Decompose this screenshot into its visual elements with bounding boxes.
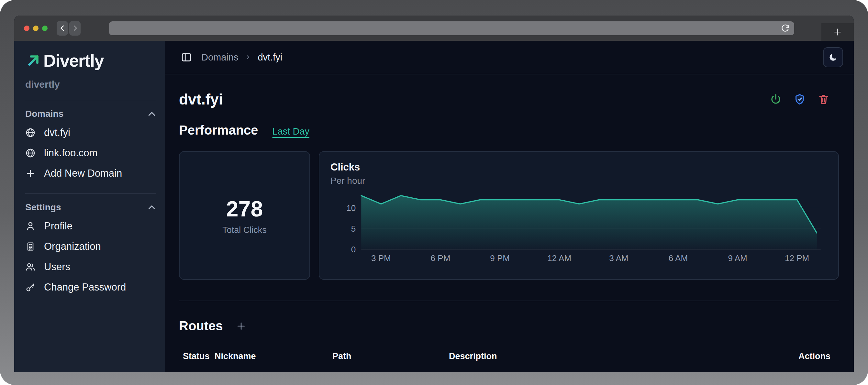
sidebar-item-link-foo-com[interactable]: link.foo.com: [25, 143, 156, 163]
svg-text:5: 5: [351, 224, 356, 233]
svg-text:9 AM: 9 AM: [728, 253, 747, 263]
new-tab-button[interactable]: [822, 23, 854, 41]
chevron-left-icon: [58, 24, 67, 32]
sidebar-item-dvt-fyi[interactable]: dvt.fyi: [25, 122, 156, 143]
arrow-up-right-icon: [25, 53, 41, 69]
chart-subtitle: Per hour: [331, 176, 830, 186]
sidebar-item-label: Add New Domain: [44, 168, 122, 179]
column-status: Status: [183, 351, 215, 361]
domain-page: dvt.fyi: [165, 74, 854, 361]
chevron-right-icon: [245, 54, 251, 61]
routes-table-header: Status Nickname Path Description Actions: [179, 351, 839, 361]
globe-icon: [25, 127, 36, 138]
svg-text:6 PM: 6 PM: [431, 253, 451, 263]
breadcrumb-current: dvt.fyi: [258, 52, 282, 63]
sidebar-item-add-new-domain[interactable]: Add New Domain: [25, 163, 156, 184]
app-logo[interactable]: Divertly: [25, 51, 156, 70]
performance-cards: 278 Total Clicks Clicks Per hour: [179, 151, 839, 280]
trash-icon[interactable]: [817, 93, 830, 105]
window-controls: [24, 26, 48, 31]
svg-text:3 PM: 3 PM: [371, 253, 391, 263]
org-name: divertly: [25, 79, 156, 90]
sidebar-item-label: dvt.fyi: [44, 127, 70, 138]
total-clicks-card: 278 Total Clicks: [179, 151, 310, 280]
sidebar: Divertly divertly Domains dvt.fyi: [14, 41, 165, 372]
chart-title: Clicks: [331, 161, 830, 173]
sidebar-item-profile[interactable]: Profile: [25, 216, 156, 236]
sidebar-item-label: Change Password: [44, 282, 126, 293]
sidebar-item-label: Profile: [44, 220, 72, 232]
sidebar-item-label: Users: [44, 261, 70, 273]
svg-text:3 AM: 3 AM: [609, 253, 628, 263]
moon-icon: [828, 53, 838, 62]
device-frame: Divertly divertly Domains dvt.fyi: [0, 0, 868, 385]
column-actions: Actions: [798, 351, 831, 361]
range-last-day-link[interactable]: Last Day: [273, 126, 309, 137]
total-clicks-value: 278: [226, 196, 263, 221]
main-area: Domains dvt.fyi dvt.fyi: [165, 41, 854, 372]
shield-check-icon[interactable]: [794, 93, 806, 105]
clicks-chart-card: Clicks Per hour 05103 PM6 PM9 PM12 AM3 A…: [319, 151, 839, 280]
section-divider: [179, 300, 839, 301]
logo-text: Divertly: [43, 51, 103, 70]
plus-icon: [833, 27, 842, 37]
globe-icon: [25, 148, 36, 158]
column-nickname: Nickname: [215, 351, 332, 361]
back-button[interactable]: [57, 21, 68, 36]
svg-text:9 PM: 9 PM: [490, 253, 510, 263]
sidebar-item-organization[interactable]: Organization: [25, 236, 156, 257]
breadcrumb-bar: Domains dvt.fyi: [165, 41, 854, 74]
domain-actions: [770, 93, 839, 105]
section-header-settings[interactable]: Settings: [25, 202, 156, 213]
add-route-button[interactable]: [236, 321, 246, 331]
reload-icon[interactable]: [781, 24, 790, 33]
power-icon[interactable]: [770, 93, 782, 105]
user-icon: [25, 221, 36, 231]
users-icon: [25, 262, 36, 272]
theme-toggle-button[interactable]: [823, 47, 843, 67]
page-title: dvt.fyi: [179, 91, 223, 108]
performance-row: Performance Last Day: [179, 123, 839, 137]
sidebar-divider: [25, 100, 156, 100]
svg-text:10: 10: [346, 203, 356, 213]
chevron-up-icon: [148, 111, 156, 117]
breadcrumb-domains-link[interactable]: Domains: [201, 52, 238, 63]
chevron-right-icon: [71, 24, 79, 32]
settings-nav: Profile Organization Users: [25, 216, 156, 297]
browser-chrome: [14, 15, 854, 41]
column-path: Path: [332, 351, 449, 361]
routes-row: Routes: [179, 319, 839, 333]
sidebar-item-change-password[interactable]: Change Password: [25, 277, 156, 297]
sidebar-item-label: Organization: [44, 241, 101, 252]
browser-window: Divertly divertly Domains dvt.fyi: [14, 15, 854, 372]
domains-nav: dvt.fyi link.foo.com Add New Domain: [25, 122, 156, 184]
routes-heading: Routes: [179, 319, 223, 333]
column-description: Description: [449, 351, 798, 361]
chevron-up-icon: [148, 205, 156, 210]
svg-text:6 AM: 6 AM: [669, 253, 688, 263]
svg-text:12 PM: 12 PM: [785, 253, 809, 263]
total-clicks-label: Total Clicks: [222, 225, 267, 235]
app-content: Divertly divertly Domains dvt.fyi: [14, 41, 854, 372]
sidebar-divider: [25, 193, 156, 194]
svg-text:12 AM: 12 AM: [547, 253, 571, 263]
plus-icon: [25, 168, 36, 179]
sidebar-item-label: link.foo.com: [44, 147, 97, 159]
title-row: dvt.fyi: [179, 91, 839, 108]
panel-left-icon[interactable]: [181, 52, 192, 63]
performance-heading: Performance: [179, 123, 258, 137]
sidebar-item-users[interactable]: Users: [25, 257, 156, 277]
minimize-window-button[interactable]: [33, 26, 38, 31]
key-icon: [25, 282, 36, 292]
clicks-area-chart: 05103 PM6 PM9 PM12 AM3 AM6 AM9 AM12 PM: [331, 189, 830, 267]
building-icon: [25, 242, 36, 252]
svg-text:0: 0: [351, 245, 356, 254]
section-label: Domains: [25, 109, 63, 119]
maximize-window-button[interactable]: [42, 26, 48, 31]
plus-icon: [236, 321, 246, 331]
forward-button[interactable]: [69, 21, 81, 36]
section-header-domains[interactable]: Domains: [25, 109, 156, 119]
url-bar[interactable]: [109, 21, 794, 35]
close-window-button[interactable]: [24, 26, 29, 31]
section-label: Settings: [25, 202, 61, 213]
